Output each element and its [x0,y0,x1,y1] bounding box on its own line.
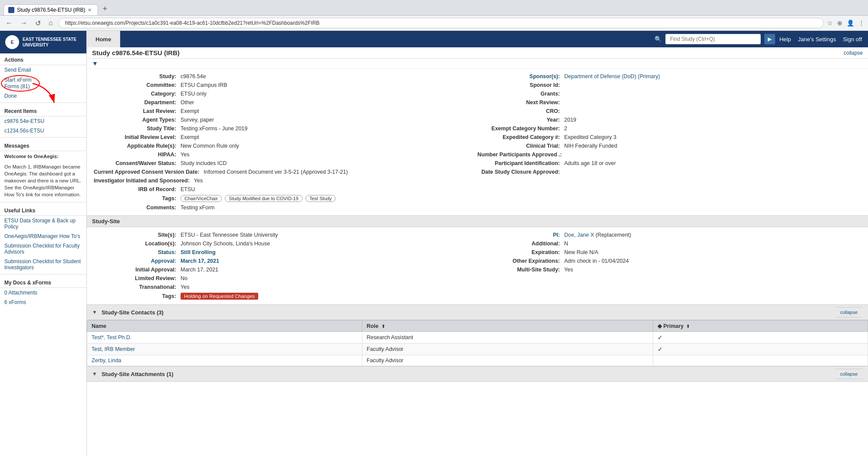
contacts-table: Name Role ⬆ ◆ Primary ⬆ Test*, Test Ph.D [87,320,868,366]
locations-label: Location(s): [94,241,181,247]
xforms-count-link[interactable]: Forms (81) [4,83,30,89]
locations-row: Location(s): Johnson City Schools, Linda… [94,239,477,248]
signoff-link[interactable]: Sign off [843,36,862,43]
site-tags-label: Tags: [94,293,181,299]
contact-name-0[interactable]: Test*, Test Ph.D. [87,332,362,344]
logo-icon: E [5,35,19,49]
forward-button[interactable]: → [18,18,30,28]
new-tab-button[interactable]: + [99,3,111,15]
useful-link-1[interactable]: OneAegis/IRBManager How To's [0,231,86,241]
approval-row: Approval: March 17, 2021 [94,257,477,265]
recent-item-0[interactable]: c9876.54e-ETSU [0,116,86,126]
date-closure-label: Date Study Closure Approved: [477,169,564,175]
limited-review-value: No [181,275,187,281]
actions-section-title: Actions [0,53,86,65]
table-row: Zerby, Linda Faculty Advisor [87,355,868,366]
last-review-label: Last Review: [94,108,181,114]
study-site-header: Study-Site [87,215,868,227]
expand-chevron[interactable]: ▼ [92,60,98,67]
useful-link-3[interactable]: Submission Checklist for Student Investi… [0,257,86,272]
attachments-chevron-icon[interactable]: ▼ [92,371,97,377]
col-name: Name [87,321,362,332]
comments-row: Comments: Testing xForm [94,203,477,212]
study-title-label: Study Title: [94,126,181,132]
expiration-value: New Rule N/A [564,249,598,255]
recent-item-1[interactable]: c1234.56s-ETSU [0,126,86,135]
contacts-collapse-btn[interactable]: collapse [835,307,863,317]
sort-primary-icon[interactable]: ⬆ [686,324,690,329]
next-review-row: Next Review: [477,98,861,107]
refresh-button[interactable]: ↺ [33,18,43,28]
find-study-input[interactable] [665,34,761,44]
category-label: Category: [94,91,181,97]
contacts-table-header-row: Name Role ⬆ ◆ Primary ⬆ [87,321,868,332]
sort-role-icon[interactable]: ⬆ [381,324,385,329]
multi-site-label: Multi-Site Study: [477,267,564,273]
sites-value: ETSU - East Tennessee State University [181,232,278,238]
sites-row: Site(s): ETSU - East Tennessee State Uni… [94,231,477,239]
useful-link-0[interactable]: ETSU Data Storage & Back up Policy [0,216,86,231]
my-docs-title: My Docs & xForms [0,276,86,288]
transnational-label: Transnational: [94,284,181,290]
back-button[interactable]: ← [3,18,15,28]
committee-value: ETSU Campus IRB [181,82,227,88]
date-closure-row: Date Study Closure Approved: [477,168,861,176]
header-links: collapse [844,50,863,56]
contact-name-1[interactable]: Test, IRB Member [87,344,362,355]
expand-bar: ▼ [87,59,868,69]
initial-approval-row: Initial Approval: March 17, 2021 [94,265,477,274]
browser-tab[interactable]: Study c9876.54e-ETSU (IRB) ✕ [3,4,98,15]
top-nav: Home 🔍 ▶ Help Jane's Settings Sign off [87,31,868,47]
attachments-section-header: ▼ Study-Site Attachments (1) collapse [87,366,868,382]
profile-icon[interactable]: 👤 [847,20,854,26]
xforms-link[interactable]: 6 xForms [0,297,86,307]
home-nav-button[interactable]: Home [87,31,120,47]
extensions-icon[interactable]: ⊕ [837,20,842,26]
expedited-row: Expedited Category #: Expedited Category… [477,133,861,142]
category-row: Category: ETSU only [94,89,477,98]
collapse-link[interactable]: collapse [844,50,863,56]
study-title-row: Study Title: Testing xForms - June 2019 [94,124,477,133]
tab-close-button[interactable]: ✕ [88,7,92,13]
contacts-chevron-icon[interactable]: ▼ [92,309,97,315]
category-value: ETSU only [181,91,207,97]
contact-primary-2 [653,355,868,366]
top-nav-links: Help Jane's Settings Sign off [779,36,868,43]
current-approved-label: Current Approved Consent Version Date: [94,169,204,175]
send-email-link[interactable]: Send Email [0,65,86,75]
comments-value: Testing xForm [181,205,215,211]
sponsors-row: Sponsor(s): Department of Defense (DoD) … [477,72,861,81]
sidebar-divider-1 [0,102,86,103]
menu-icon[interactable]: ⋮ [858,20,865,26]
start-xform-link[interactable]: Start xForm [4,77,32,83]
contact-name-2[interactable]: Zerby, Linda [87,355,362,366]
contacts-title: Study-Site Contacts (3) [102,309,164,316]
sponsors-value[interactable]: Department of Defense (DoD) (Primary) [564,73,660,79]
welcome-title: Welcome to OneAegis: [0,151,86,162]
browser-chrome: Study c9876.54e-ETSU (IRB) ✕ + ← → ↺ ⌂ ☆… [0,0,868,31]
initial-review-value: Exempt [181,134,199,140]
sidebar-divider-3 [0,202,86,202]
useful-link-2[interactable]: Submission Checklist for Faculty Advisor… [0,241,86,257]
search-submit-button[interactable]: ▶ [764,34,775,44]
applicable-rules-label: Applicable Rule(s): [94,143,181,149]
address-bar[interactable] [59,18,824,28]
pi-value[interactable]: Doe, Jane X (Replacement) [564,232,631,238]
home-button[interactable]: ⌂ [46,18,55,28]
study-row: Study: c9876.54e [94,72,477,81]
other-expirations-row: Other Expirations: Adm check in - 01/04/… [477,257,861,265]
other-expirations-label: Other Expirations: [477,258,564,264]
attachments-collapse-btn[interactable]: collapse [835,369,863,379]
current-approved-value: Informed Consent Document ver 3-5-21 (Ap… [204,169,348,175]
bookmark-icon[interactable]: ☆ [827,20,833,26]
exempt-category-row: Exempt Category Number: 2 [477,124,861,133]
done-link[interactable]: Done [0,91,86,101]
logo-text: EAST TENNESSEE STATE UNIVERSITY [23,36,76,48]
settings-link[interactable]: Jane's Settings [798,36,836,43]
help-link[interactable]: Help [779,36,791,43]
investigator-value: Yes [194,178,203,184]
study-label: Study: [94,73,181,79]
attachments-link[interactable]: 0 Attachments [0,288,86,297]
status-value: Still Enrolling [181,249,216,255]
grants-row: Grants: [477,89,861,98]
